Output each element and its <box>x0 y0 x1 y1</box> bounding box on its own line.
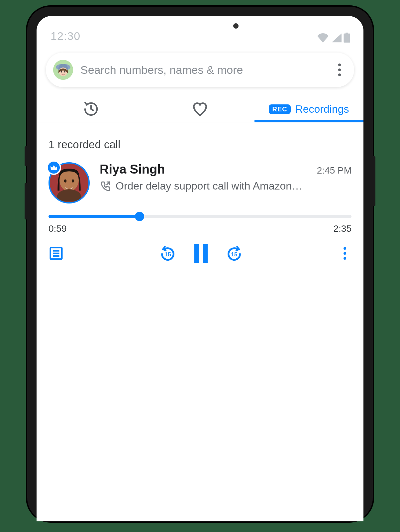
pause-button[interactable] <box>193 244 209 263</box>
pause-icon <box>193 244 209 263</box>
active-tab-indicator <box>254 120 363 122</box>
avatar-emoji-icon <box>53 60 73 80</box>
screen: 12:30 Search numb <box>37 16 363 521</box>
dot-icon <box>338 64 341 66</box>
elapsed-time: 0:59 <box>49 223 67 234</box>
phone-frame: 12:30 Search numb <box>27 7 373 521</box>
dot-icon <box>344 252 346 255</box>
recording-item[interactable]: Riya Singh 2:45 PM Order delay support c… <box>37 162 363 263</box>
wifi-icon <box>317 33 329 43</box>
dot-icon <box>338 73 341 76</box>
history-icon <box>83 101 99 117</box>
svg-point-7 <box>64 71 65 72</box>
phone-side-button <box>25 183 27 219</box>
progress-fill <box>49 215 140 218</box>
contact-avatar[interactable] <box>49 162 90 203</box>
list-icon <box>49 246 64 261</box>
dot-icon <box>344 247 346 250</box>
svg-rect-19 <box>203 244 208 263</box>
svg-text:15: 15 <box>231 251 238 258</box>
battery-icon <box>344 33 350 43</box>
svg-rect-1 <box>346 33 348 34</box>
status-time: 12:30 <box>50 30 80 43</box>
profile-avatar[interactable] <box>53 60 73 80</box>
svg-text:15: 15 <box>164 251 171 258</box>
rewind-15-button[interactable]: 15 <box>159 245 176 262</box>
phone-side-button <box>25 146 27 166</box>
premium-badge-icon <box>47 160 61 175</box>
tab-bar: REC Recordings <box>37 96 363 122</box>
dot-icon <box>344 257 346 260</box>
heart-icon <box>192 101 208 117</box>
tab-label: Recordings <box>295 103 349 115</box>
forward-15-button[interactable]: 15 <box>226 245 243 262</box>
recording-timestamp: 2:45 PM <box>317 165 351 176</box>
svg-point-6 <box>61 71 62 72</box>
contact-name: Riya Singh <box>100 162 165 177</box>
transcript-button[interactable] <box>49 246 64 261</box>
phone-side-button <box>373 156 375 206</box>
outgoing-call-icon <box>100 181 111 192</box>
progress-slider[interactable] <box>49 215 351 218</box>
recording-subtitle: Order delay support call with Amazon… <box>116 180 302 192</box>
svg-point-11 <box>72 179 74 183</box>
svg-point-10 <box>64 179 67 183</box>
rec-badge-icon: REC <box>269 104 290 114</box>
tab-recents[interactable] <box>37 96 146 122</box>
total-time: 2:35 <box>334 223 352 234</box>
status-bar: 12:30 <box>37 16 363 46</box>
svg-rect-18 <box>194 244 199 263</box>
player-more-button[interactable] <box>338 247 351 260</box>
search-input[interactable]: Search numbers, names & more <box>80 64 326 76</box>
search-bar[interactable]: Search numbers, names & more <box>46 53 354 87</box>
more-menu-button[interactable] <box>333 63 346 76</box>
status-icons <box>317 33 350 43</box>
dot-icon <box>338 68 341 71</box>
section-header: 1 recorded call <box>37 122 363 162</box>
audio-player: 0:59 2:35 <box>49 215 351 263</box>
progress-thumb[interactable] <box>135 212 144 221</box>
forward-icon: 15 <box>226 245 243 262</box>
tab-favorites[interactable] <box>146 96 254 122</box>
rewind-icon: 15 <box>159 245 176 262</box>
svg-rect-0 <box>344 34 350 43</box>
tab-recordings[interactable]: REC Recordings <box>254 96 363 122</box>
cellular-icon <box>331 33 342 43</box>
